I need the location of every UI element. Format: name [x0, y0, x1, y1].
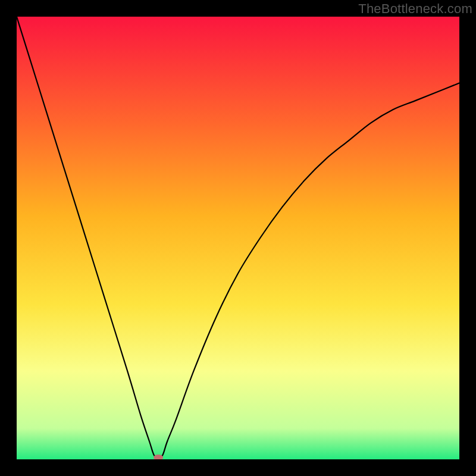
chart-frame: TheBottleneck.com: [0, 0, 476, 476]
watermark-text: TheBottleneck.com: [358, 1, 472, 17]
bottleneck-chart: [17, 17, 459, 459]
gradient-background: [17, 17, 459, 459]
